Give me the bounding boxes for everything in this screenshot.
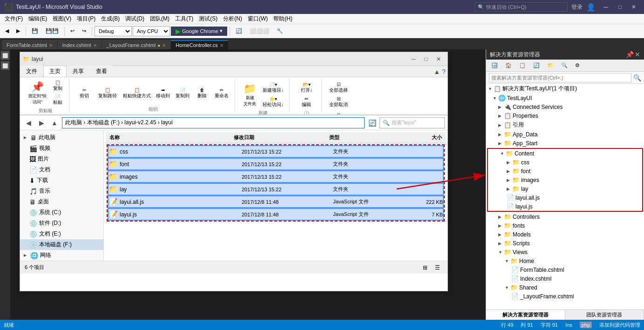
login-label[interactable]: 登录 [571, 3, 583, 11]
expand-home[interactable]: ▼ [505, 259, 510, 263]
expand-scripts[interactable]: ▶ [498, 241, 504, 246]
se-tb-btn7[interactable]: ⚙ [572, 61, 583, 70]
tab-homecontroller[interactable]: HomeController.cs ✕ [171, 40, 228, 49]
tab-homecontroller-close[interactable]: ✕ [220, 43, 224, 48]
menu-window[interactable]: 窗口(W) [245, 14, 271, 24]
nav-back[interactable]: ◀ [23, 117, 34, 128]
col-date[interactable]: 修改日期 [230, 133, 325, 142]
se-close-panel[interactable]: ✕ [635, 51, 640, 58]
se-search-input[interactable] [489, 73, 631, 82]
se-tb-btn4[interactable]: 🔄 [530, 61, 543, 70]
menu-debug[interactable]: 调试(D) [122, 14, 147, 24]
se-lay[interactable]: ▶ 📁 lay [488, 184, 642, 193]
easy-access-btn[interactable]: ⭐▾ 轻松访问↓ [261, 95, 285, 109]
se-tb-btn3[interactable]: 📋 [516, 61, 529, 70]
ex-maximize[interactable]: □ [420, 54, 432, 64]
se-formtable[interactable]: 📄 FormTable.cshtml [486, 265, 644, 274]
file-row-layuialljs[interactable]: 📝 layui.all.js 2017/12/8 11:48 JavaScrip… [108, 195, 444, 208]
expand-content[interactable]: ▼ [500, 151, 506, 156]
nav-d[interactable]: 💿 软件 (D:) [20, 218, 103, 229]
file-row-font[interactable]: 📁 font 2017/12/13 15:22 文件夹 [108, 158, 444, 170]
menu-view[interactable]: 视图(V) [50, 14, 74, 24]
se-properties[interactable]: ▶ 📋 Properties [486, 111, 644, 120]
se-shared[interactable]: ▼ 📁 Shared [486, 283, 644, 292]
nav-f[interactable]: 💿 本地磁盘 (F:) [20, 239, 103, 250]
se-tab-team[interactable]: 团队资源管理器 [565, 310, 644, 320]
se-tb-btn2[interactable]: 🏠 [502, 61, 515, 70]
menu-edit[interactable]: 编辑(E) [26, 14, 50, 24]
refresh-nav[interactable]: 🔄 [366, 117, 378, 128]
tab-formtable-close[interactable]: ✕ [49, 43, 53, 48]
se-layoutframe[interactable]: 📄 _LayoutFrame.cshtml [486, 292, 644, 301]
invert-selection-btn[interactable]: ↔ 反向选择 [327, 110, 350, 115]
se-fonts[interactable]: ▶ 📁 fonts [486, 221, 644, 230]
ribbon-tab-share[interactable]: 共享 [67, 66, 90, 77]
expand-shared[interactable]: ▼ [505, 285, 510, 290]
expand-views[interactable]: ▼ [498, 250, 504, 255]
se-layuialljs[interactable]: 📄 layui.all.js [488, 193, 642, 202]
ex-close[interactable]: ✕ [433, 54, 445, 64]
copy-path-btn[interactable]: 📋复制路径 [95, 87, 120, 100]
platform-select[interactable]: Any CPU [133, 26, 170, 36]
deselect-all-btn[interactable]: ☒ 全部取消 [327, 95, 350, 109]
menu-test[interactable]: 测试(S) [196, 14, 220, 24]
debug-config-select[interactable]: Debug [95, 26, 132, 36]
nav-forward[interactable]: ▶ [36, 117, 47, 128]
paste-shortcut-btn[interactable]: 📋粘贴快捷方式 [121, 87, 153, 100]
tb-redo[interactable]: ↪ [79, 27, 89, 35]
activity-btn-1[interactable]: ⬜ [1, 51, 9, 60]
tb-forward[interactable]: ▶ [13, 27, 23, 35]
expand-appstart[interactable]: ▶ [498, 141, 504, 146]
se-home[interactable]: ▼ 📁 Home [486, 256, 644, 265]
nav-c[interactable]: 💿 系统 (C:) [20, 207, 103, 218]
expand-solution[interactable]: ▼ [488, 87, 494, 91]
address-bar[interactable]: 此电脑 › 本地磁盘 (F:) › layui-v2.2.45 › layui [62, 117, 365, 128]
view-list[interactable]: ☰ [432, 263, 443, 272]
expand-appdata[interactable]: ▶ [498, 132, 504, 137]
nav-video[interactable]: 🎬 视频 [20, 143, 103, 154]
expand-fonts[interactable]: ▶ [498, 223, 504, 228]
se-project-root[interactable]: ▼ 🌐 TestLayUI [486, 94, 644, 102]
se-images[interactable]: ▶ 📁 images [488, 175, 642, 184]
tb-icons-more[interactable]: ⬜⬜⬜ [246, 27, 272, 35]
tab-layoutframe-close[interactable]: ✕ [162, 43, 166, 48]
pin-quickaccess-btn[interactable]: 📌 固定到"快访问" [26, 80, 49, 106]
paste-btn[interactable]: 📄 粘贴 [50, 93, 65, 107]
expand-models[interactable]: ▶ [498, 232, 504, 237]
expand-css[interactable]: ▶ [507, 160, 512, 165]
file-row-images[interactable]: 📁 images 2017/12/13 15:22 文件夹 [108, 170, 444, 183]
tab-formtable[interactable]: FormTable.cshtml ✕ [2, 40, 57, 49]
se-tab-solution[interactable]: 解决方案资源管理器 [486, 310, 565, 320]
se-app-data[interactable]: ▶ 📁 App_Data [486, 130, 644, 139]
se-font[interactable]: ▶ 📁 font [488, 167, 642, 175]
menu-build[interactable]: 生成(B) [98, 14, 122, 24]
history-btn[interactable]: 🕐 历史记录 [295, 110, 318, 115]
nav-pictures[interactable]: 🖼 图片 [20, 154, 103, 164]
menu-tools[interactable]: 工具(T) [172, 14, 196, 24]
copy-to-btn[interactable]: 📄复制到 [173, 87, 192, 100]
nav-documents[interactable]: 📄 文档 [20, 164, 103, 175]
nav-music[interactable]: 🎵 音乐 [20, 186, 103, 196]
nav-desktop[interactable]: 🖥 桌面 [20, 196, 103, 207]
select-all-btn[interactable]: ☑ 全部选择 [327, 81, 350, 94]
expand-lay[interactable]: ▶ [507, 187, 512, 191]
expand-refs[interactable]: ▶ [498, 123, 504, 128]
ribbon-tab-home[interactable]: 主页 [43, 66, 67, 77]
minimize-button[interactable]: ─ [599, 2, 612, 12]
expand-images[interactable]: ▶ [507, 178, 512, 182]
expand-cs[interactable]: ▶ [498, 105, 504, 109]
se-layuijs[interactable]: 📄 layui.js [488, 202, 642, 211]
tb-save[interactable]: 💾 [28, 27, 41, 35]
expand-props[interactable]: ▶ [498, 114, 504, 118]
expand-font[interactable]: ▶ [507, 169, 512, 174]
quick-launch-box[interactable]: 🔍 快速启动 (Ctrl+Q) [475, 2, 568, 12]
menu-team[interactable]: 团队(M) [147, 14, 172, 24]
ribbon-tab-file[interactable]: 文件 [20, 66, 43, 77]
ribbon-tab-view[interactable]: 查看 [90, 66, 113, 77]
se-scripts[interactable]: ▶ 📁 Scripts [486, 239, 644, 248]
tab-index[interactable]: Index.cshtml ✕ [58, 40, 102, 49]
ex-minimize[interactable]: ─ [407, 54, 420, 64]
se-tb-btn6[interactable]: 🔍 [558, 61, 571, 70]
new-folder-btn[interactable]: 📁 新建文件夹 [241, 82, 259, 108]
se-app-start[interactable]: ▶ 📁 App_Start [486, 139, 644, 148]
